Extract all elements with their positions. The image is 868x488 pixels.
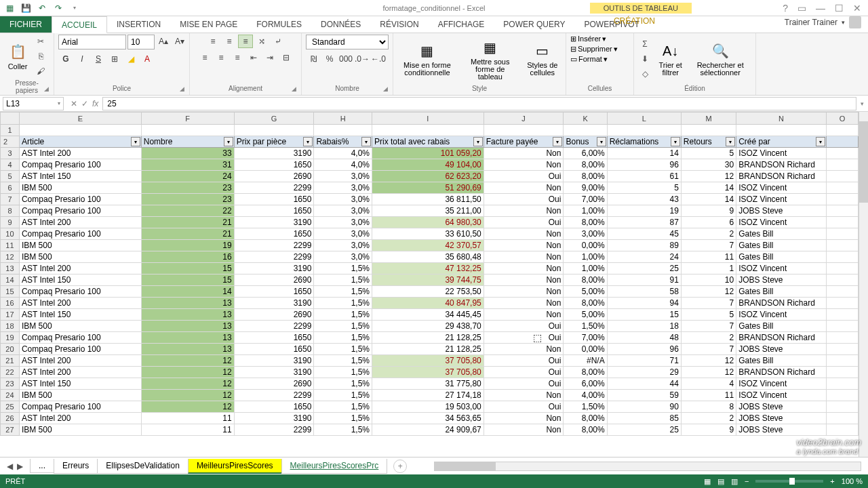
spreadsheet-grid[interactable]: EFGHIJKLMNO12Article▾Nombre▾Prix par piè…: [0, 112, 859, 457]
cell[interactable]: 22 753,50: [372, 286, 484, 298]
cell[interactable]: JOBS Steve: [736, 274, 827, 286]
cell[interactable]: 2299: [234, 321, 314, 332]
cell[interactable]: Compaq Presario 100: [19, 332, 141, 344]
filter-icon[interactable]: ▾: [473, 137, 483, 146]
decrease-decimal-icon[interactable]: ←.0: [371, 52, 386, 66]
cell[interactable]: 12: [141, 390, 234, 401]
cell[interactable]: ISOZ Vincent: [736, 263, 827, 274]
cell[interactable]: Non: [484, 274, 564, 286]
row-header[interactable]: 5: [1, 171, 20, 182]
cell[interactable]: 31: [141, 159, 234, 171]
add-sheet-button[interactable]: +: [393, 460, 407, 473]
cell[interactable]: 24 909,67: [372, 424, 484, 436]
filter-icon[interactable]: ▾: [597, 137, 606, 146]
sheet-nav-prev-icon[interactable]: ◀: [7, 462, 13, 471]
cell[interactable]: 21 128,25: [372, 332, 484, 344]
cell[interactable]: 12: [141, 401, 234, 413]
cell[interactable]: [484, 125, 564, 136]
tab-file[interactable]: FICHIER: [0, 16, 52, 33]
number-format-combo[interactable]: Standard: [306, 35, 389, 49]
cell[interactable]: AST Intel 200: [19, 355, 141, 367]
view-layout-icon[interactable]: ▤: [717, 477, 724, 486]
cell[interactable]: Non: [484, 159, 564, 171]
cell[interactable]: 3,0%: [314, 217, 372, 228]
cell[interactable]: 6,00%: [564, 148, 607, 159]
align-center-icon[interactable]: ≡: [214, 51, 229, 64]
cell[interactable]: 7: [681, 321, 736, 332]
row-header[interactable]: 9: [1, 217, 20, 228]
cell[interactable]: 1,5%: [314, 355, 372, 367]
cell[interactable]: 89: [607, 240, 681, 251]
cell[interactable]: Non: [484, 286, 564, 298]
align-left-icon[interactable]: ≡: [197, 51, 212, 64]
close-icon[interactable]: ✕: [853, 3, 861, 14]
cell[interactable]: 91: [607, 274, 681, 286]
cell[interactable]: 9: [681, 205, 736, 217]
cell[interactable]: 36 811,50: [372, 194, 484, 205]
cell[interactable]: [826, 228, 858, 240]
cell[interactable]: Compaq Presario 100: [19, 228, 141, 240]
cell[interactable]: 25: [607, 263, 681, 274]
filter-icon[interactable]: ▾: [361, 137, 371, 146]
cell[interactable]: Non: [484, 228, 564, 240]
vertical-scrollbar[interactable]: [859, 112, 868, 457]
tab-power query[interactable]: POWER QUERY: [494, 16, 574, 33]
table-header-cell[interactable]: Rabais%▾: [314, 136, 372, 148]
cell[interactable]: [826, 413, 858, 424]
cell[interactable]: JOBS Steve: [736, 344, 827, 355]
cell[interactable]: 13: [141, 321, 234, 332]
view-pagebreak-icon[interactable]: ▥: [731, 477, 738, 486]
cell[interactable]: 7,00%: [564, 332, 607, 344]
cell[interactable]: AST Intel 150: [19, 378, 141, 390]
cell[interactable]: Oui: [484, 194, 564, 205]
cell[interactable]: 2: [681, 228, 736, 240]
cell[interactable]: [826, 344, 858, 355]
cell[interactable]: 62 623,20: [372, 171, 484, 182]
cell[interactable]: Non: [484, 413, 564, 424]
cell[interactable]: 3190: [234, 217, 314, 228]
cell[interactable]: 3,0%: [314, 171, 372, 182]
cell[interactable]: Non: [484, 424, 564, 436]
cell[interactable]: AST Intel 200: [19, 148, 141, 159]
cell[interactable]: 44: [607, 378, 681, 390]
zoom-out-icon[interactable]: −: [745, 477, 749, 485]
cell[interactable]: JOBS Steve: [736, 205, 827, 217]
filter-icon[interactable]: ▾: [671, 137, 680, 146]
cell[interactable]: 10: [681, 274, 736, 286]
cell[interactable]: Non: [484, 205, 564, 217]
cell[interactable]: 2690: [234, 171, 314, 182]
cell[interactable]: [826, 240, 858, 251]
cell[interactable]: 19: [141, 240, 234, 251]
cell[interactable]: AST Intel 200: [19, 217, 141, 228]
table-header-cell[interactable]: Facture payée▾: [484, 136, 564, 148]
cell[interactable]: 24: [607, 251, 681, 263]
cell[interactable]: Gates Bill: [736, 240, 827, 251]
conditional-format-button[interactable]: ▦Mise en forme conditionnelle: [397, 40, 457, 78]
cell[interactable]: 1,5%: [314, 286, 372, 298]
cell[interactable]: 2690: [234, 309, 314, 321]
cell[interactable]: 96: [607, 344, 681, 355]
cell[interactable]: 1,5%: [314, 321, 372, 332]
font-launcher-icon[interactable]: ◢: [180, 85, 188, 94]
cell[interactable]: 7,00%: [564, 194, 607, 205]
cell[interactable]: 35 680,48: [372, 251, 484, 263]
row-header[interactable]: 20: [1, 344, 20, 355]
cell[interactable]: 58: [607, 286, 681, 298]
cell[interactable]: 3190: [234, 355, 314, 367]
column-header[interactable]: K: [564, 113, 607, 125]
cell[interactable]: 59: [607, 390, 681, 401]
cell[interactable]: AST Intel 200: [19, 367, 141, 378]
cell[interactable]: 13: [141, 298, 234, 309]
cell[interactable]: [826, 401, 858, 413]
cell[interactable]: 85: [607, 413, 681, 424]
cell[interactable]: 8,00%: [564, 274, 607, 286]
sheet-tab[interactable]: MeilleursPiresScoresPrc: [281, 459, 388, 474]
cell[interactable]: 12: [141, 367, 234, 378]
cell[interactable]: 21: [141, 217, 234, 228]
maximize-icon[interactable]: ☐: [835, 3, 844, 14]
decrease-font-icon[interactable]: A▾: [172, 35, 187, 48]
cell[interactable]: JOBS Steve: [736, 413, 827, 424]
cell[interactable]: 1650: [234, 401, 314, 413]
cell[interactable]: Gates Bill: [736, 286, 827, 298]
row-header[interactable]: 11: [1, 240, 20, 251]
